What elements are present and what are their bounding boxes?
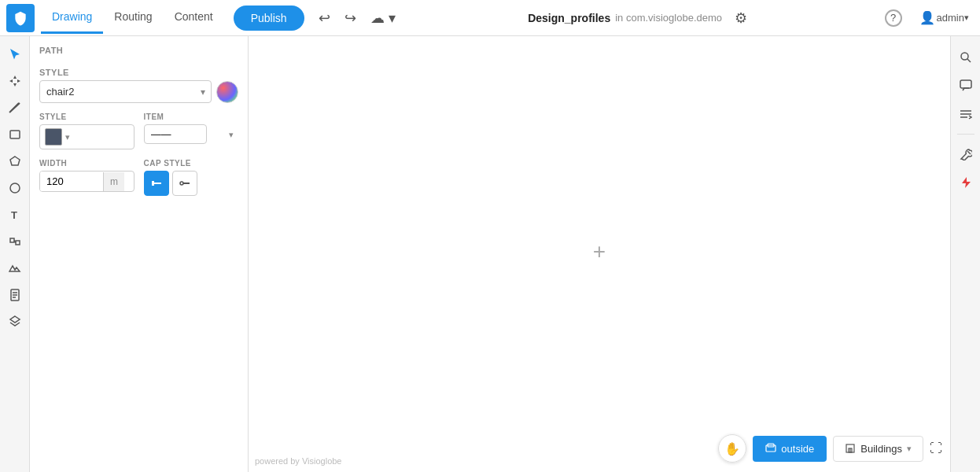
svg-line-26	[967, 151, 971, 154]
comment-icon-btn[interactable]	[954, 74, 978, 98]
unit-label: m	[103, 172, 124, 191]
cap-square-button[interactable]	[144, 171, 169, 196]
line-tool[interactable]	[3, 96, 27, 120]
redo-button[interactable]: ↪	[340, 6, 361, 30]
dropdown-arrow-icon: ▾	[65, 132, 70, 142]
cloud-button[interactable]: ☁ ▾	[366, 6, 400, 30]
chevron-down-icon: ▾	[964, 13, 969, 23]
style-color-button[interactable]: ▾	[39, 124, 134, 149]
color-swatch	[45, 128, 62, 146]
topbar-title: Design_profiles in com.visioglobe.demo ⚙	[403, 6, 877, 30]
cloud-icon: ☁ ▾	[370, 9, 396, 27]
canvas-area[interactable]: + powered by Visioglobe ✋ outside Buildi…	[249, 36, 950, 472]
right-sidebar-divider	[957, 134, 974, 135]
width-label: WIDTH	[39, 159, 134, 168]
landscape-tool[interactable]	[3, 256, 27, 280]
tab-drawing[interactable]: Drawing	[41, 2, 103, 34]
publish-button[interactable]: Publish	[234, 6, 304, 31]
circle-tool[interactable]	[3, 176, 27, 200]
cap-style-label: CAP STYLE	[144, 159, 239, 168]
width-group: WIDTH m	[39, 159, 134, 196]
svg-rect-5	[16, 241, 20, 245]
buildings-chevron-icon: ▾	[907, 444, 912, 454]
search-icon-btn[interactable]	[954, 46, 978, 69]
svg-rect-22	[960, 80, 971, 88]
rectangle-tool[interactable]	[3, 123, 27, 146]
topbar-right: ? 👤 admin ▾	[880, 6, 974, 30]
location-icon	[765, 442, 776, 455]
object-tool[interactable]	[3, 230, 27, 253]
svg-point-2	[10, 183, 20, 193]
bottom-toolbar: ✋ outside Buildings ▾ ⛶	[718, 434, 950, 463]
width-input-group: m	[39, 171, 134, 192]
hand-tool-button[interactable]: ✋	[718, 434, 746, 463]
undo-button[interactable]: ↩	[314, 6, 335, 30]
style-label: STYLE	[39, 112, 134, 121]
project-title: Design_profiles	[528, 12, 610, 24]
tab-group: Drawing Routing Content	[41, 2, 224, 34]
path-label: PATH	[39, 46, 238, 55]
tab-content[interactable]: Content	[164, 2, 224, 34]
left-icon-sidebar: T	[0, 36, 30, 472]
item-select[interactable]: ——	[144, 124, 207, 144]
help-button[interactable]: ?	[880, 6, 907, 30]
svg-text:T: T	[11, 209, 17, 221]
tab-routing[interactable]: Routing	[103, 2, 163, 34]
path-section: PATH	[39, 46, 238, 58]
svg-rect-0	[10, 131, 20, 138]
redo-icon: ↪	[344, 9, 356, 27]
style-field-group: STYLE ▾	[39, 112, 134, 149]
document-tool[interactable]	[3, 283, 27, 307]
wrench-icon-btn[interactable]	[954, 142, 978, 166]
fullscreen-button[interactable]: ⛶	[930, 441, 942, 455]
cap-buttons	[144, 171, 239, 196]
buildings-button[interactable]: Buildings ▾	[833, 436, 923, 462]
topbar-actions: ↩ ↪ ☁ ▾	[314, 6, 400, 30]
user-icon: 👤	[919, 10, 935, 25]
undo-icon: ↩	[319, 9, 330, 27]
pan-tool[interactable]	[3, 69, 27, 93]
buildings-label: Buildings	[860, 443, 902, 455]
cap-style-group: CAP STYLE	[144, 159, 239, 196]
powered-by-label: powered by Visioglobe	[255, 456, 341, 466]
outside-label: outside	[781, 443, 814, 455]
hand-icon: ✋	[724, 441, 740, 456]
svg-line-21	[967, 59, 971, 62]
main-body: T PATH STYLE chair2	[0, 36, 980, 472]
width-input[interactable]	[40, 171, 103, 191]
style-section: STYLE chair2	[39, 68, 238, 103]
right-sidebar	[950, 36, 980, 472]
style-item-row: STYLE ▾ ITEM ——	[39, 112, 238, 149]
item-field-group: ITEM ——	[144, 112, 239, 149]
svg-point-20	[961, 53, 968, 60]
polygon-tool[interactable]	[3, 149, 27, 173]
admin-label: admin	[937, 12, 964, 24]
svg-rect-11	[152, 181, 154, 186]
text-tool[interactable]: T	[3, 203, 27, 227]
layers-tool[interactable]	[3, 310, 27, 334]
palette-icon[interactable]	[216, 81, 238, 103]
outside-button[interactable]: outside	[753, 436, 827, 462]
cap-round-button[interactable]	[172, 171, 197, 196]
item-label: ITEM	[144, 112, 239, 121]
width-cap-row: WIDTH m CAP STYLE	[39, 159, 238, 196]
style-select[interactable]: chair2	[39, 80, 212, 103]
style-dropdown-wrap: chair2	[39, 80, 212, 103]
help-icon: ?	[885, 9, 902, 27]
style-row: chair2	[39, 80, 238, 103]
style-section-label: STYLE	[39, 68, 238, 77]
item-select-wrap: ——	[144, 124, 239, 144]
properties-panel: PATH STYLE chair2 STYLE ▾	[30, 36, 249, 472]
project-domain: in com.visioglobe.demo	[615, 12, 722, 24]
logo-button[interactable]	[6, 4, 35, 32]
fullscreen-icon: ⛶	[930, 441, 942, 455]
topbar: Drawing Routing Content Publish ↩ ↪ ☁ ▾ …	[0, 0, 980, 36]
cursor-tool[interactable]	[3, 42, 27, 66]
lightning-icon-btn[interactable]	[954, 171, 978, 194]
user-button[interactable]: 👤 admin ▾	[915, 7, 974, 28]
settings-button[interactable]: ⚙	[730, 6, 752, 30]
buildings-icon	[845, 442, 856, 455]
list-icon-btn[interactable]	[954, 102, 978, 126]
crosshair-cursor: +	[593, 239, 606, 264]
gear-icon: ⚙	[735, 9, 747, 27]
